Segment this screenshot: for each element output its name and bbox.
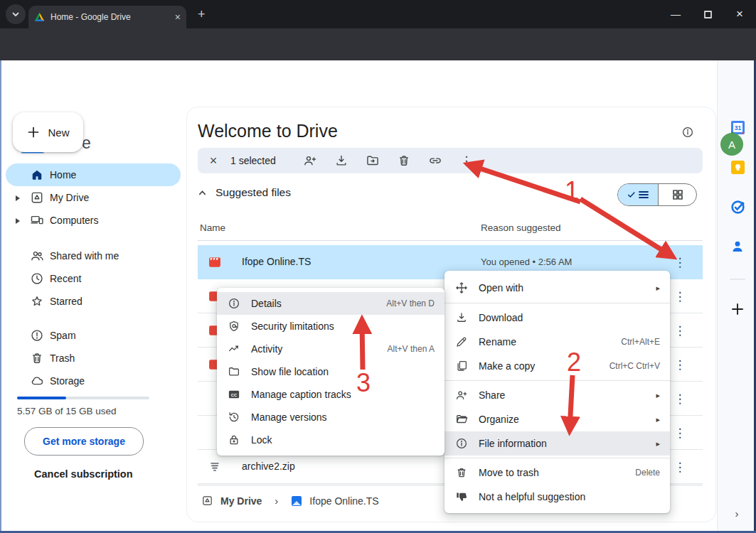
row-more-button[interactable]: ⋮ — [671, 288, 688, 305]
collapse-chevron-icon[interactable] — [198, 188, 207, 198]
file-thumb-icon — [291, 495, 302, 507]
show-side-panel-button[interactable]: › — [730, 506, 744, 520]
submenu-item-details[interactable]: Details Alt+V then D — [217, 292, 444, 315]
sidebar-item-computers[interactable]: Computers — [6, 209, 181, 232]
contacts-app-button[interactable] — [730, 239, 745, 254]
column-header-reason[interactable]: Reason suggested — [481, 222, 561, 233]
submenu-item-label: Lock — [251, 434, 435, 446]
tab-close-icon[interactable]: × — [175, 11, 181, 23]
menu-item-organize[interactable]: Organize ▸ — [444, 407, 670, 431]
tab-search-button[interactable] — [6, 4, 26, 24]
submenu-item-show-file-location[interactable]: Show file location — [217, 360, 444, 383]
file-information-submenu: Details Alt+V then D Security limitation… — [217, 288, 444, 456]
new-tab-button[interactable]: + — [198, 7, 206, 22]
window-edge-left — [0, 60, 1, 533]
submenu-item-manage-versions[interactable]: Manage versions — [217, 406, 444, 429]
sidebar-item-label: My Drive — [50, 192, 89, 203]
tasks-app-button[interactable] — [730, 199, 745, 215]
info-icon — [681, 126, 694, 139]
info-icon — [454, 436, 469, 451]
menu-item-label: File information — [479, 438, 646, 449]
grid-icon — [673, 190, 683, 200]
cancel-subscription-link[interactable]: Cancel subscription — [34, 468, 133, 480]
window-close-button[interactable]: × — [731, 6, 748, 23]
page-info-button[interactable] — [681, 126, 694, 141]
submenu-item-security-limitations[interactable]: Security limitations — [217, 315, 444, 338]
get-link-button[interactable] — [427, 152, 444, 169]
lock-icon — [227, 433, 241, 447]
row-more-button[interactable]: ⋮ — [671, 254, 688, 271]
menu-item-not-helpful[interactable]: Not a helpful suggestion — [444, 485, 670, 509]
get-more-storage-label: Get more storage — [43, 436, 125, 447]
menu-item-open-with[interactable]: Open with ▸ — [444, 275, 670, 301]
person-add-icon — [454, 388, 469, 402]
file-name: Ifope Online.TS — [242, 256, 311, 267]
header-divider — [198, 240, 703, 241]
sidebar-item-recent[interactable]: Recent — [6, 267, 181, 290]
sidebar-item-spam[interactable]: Spam — [6, 324, 181, 347]
row-more-button[interactable]: ⋮ — [671, 458, 688, 475]
submenu-arrow-icon: ▸ — [656, 439, 660, 448]
row-more-button[interactable]: ⋮ — [671, 322, 688, 339]
row-more-button[interactable]: ⋮ — [671, 424, 688, 441]
menu-item-make-a-copy[interactable]: Make a copy Ctrl+C Ctrl+V — [444, 354, 670, 378]
share-button[interactable] — [302, 152, 319, 169]
menu-item-label: Open with — [479, 282, 646, 294]
submenu-item-label: Manage versions — [251, 411, 435, 423]
expand-caret-icon[interactable] — [15, 192, 21, 203]
suggested-files-header[interactable]: Suggested files — [198, 186, 291, 199]
download-button[interactable] — [333, 152, 350, 169]
sidebar-item-starred[interactable]: Starred — [6, 290, 181, 313]
sidebar-item-storage[interactable]: Storage — [6, 370, 181, 392]
expand-caret-icon[interactable] — [15, 215, 21, 226]
menu-item-share[interactable]: Share ▸ — [444, 383, 670, 407]
sidebar-item-trash[interactable]: Trash — [6, 347, 181, 370]
sidebar-item-shared-with-me[interactable]: Shared with me — [6, 244, 181, 267]
submenu-item-activity[interactable]: Activity Alt+V then A — [217, 338, 444, 360]
clear-selection-button[interactable]: × — [205, 152, 222, 169]
browser-tab[interactable]: Home - Google Drive × — [28, 6, 186, 28]
submenu-item-manage-caption-tracks[interactable]: CC Manage caption tracks — [217, 383, 444, 406]
breadcrumb-location[interactable]: My Drive — [220, 495, 262, 507]
column-header-name[interactable]: Name — [200, 222, 225, 233]
keep-app-button[interactable] — [730, 159, 745, 175]
menu-item-move-to-trash[interactable]: Move to trash Delete — [444, 461, 670, 485]
grid-view-button[interactable] — [659, 184, 696, 205]
submenu-item-label: Show file location — [251, 366, 435, 377]
sidebar-item-label: Trash — [50, 352, 75, 364]
selected-count: 1 selected — [230, 155, 276, 166]
row-more-button[interactable]: ⋮ — [671, 356, 688, 373]
get-more-storage-button[interactable]: Get more storage — [24, 427, 144, 456]
tasks-icon — [730, 200, 745, 215]
window-minimize-button[interactable]: — — [667, 6, 684, 23]
submenu-item-lock[interactable]: Lock — [217, 429, 444, 451]
trash-button[interactable] — [395, 152, 412, 169]
submenu-shortcut: Alt+V then A — [388, 344, 435, 354]
window-maximize-button[interactable] — [699, 6, 716, 23]
file-reason: You opened • 2:56 AM — [481, 257, 572, 267]
menu-item-rename[interactable]: Rename Ctrl+Alt+E — [444, 330, 670, 354]
file-context-menu: Open with ▸ Download Rename Ctrl+Alt+E M… — [444, 271, 670, 513]
get-addons-button[interactable] — [730, 301, 745, 317]
row-more-button[interactable]: ⋮ — [671, 390, 688, 407]
selection-toolbar: × 1 selected ⋮ — [198, 148, 703, 173]
check-icon — [627, 190, 636, 199]
view-toggle[interactable] — [617, 183, 697, 206]
storage-used-text: 5.57 GB of 15 GB used — [17, 406, 117, 416]
menu-item-file-information[interactable]: File information ▸ — [444, 431, 670, 456]
thumb-down-icon — [454, 490, 469, 504]
cloud-icon — [30, 374, 44, 388]
sidebar-item-home[interactable]: Home — [6, 163, 181, 186]
drive-profile-avatar[interactable]: A — [720, 133, 743, 156]
contacts-icon — [730, 239, 745, 254]
home-icon — [30, 168, 44, 182]
new-button[interactable]: New — [13, 112, 83, 152]
submenu-arrow-icon: ▸ — [656, 284, 660, 293]
move-to-folder-button[interactable] — [364, 152, 381, 169]
sidebar-item-label: Home — [50, 169, 76, 181]
menu-item-download[interactable]: Download — [444, 306, 670, 330]
sidebar-item-my-drive[interactable]: My Drive — [6, 186, 181, 209]
breadcrumb-file[interactable]: Ifope Online.TS — [309, 495, 378, 507]
list-view-button[interactable] — [618, 184, 659, 205]
more-actions-button[interactable]: ⋮ — [458, 152, 475, 169]
